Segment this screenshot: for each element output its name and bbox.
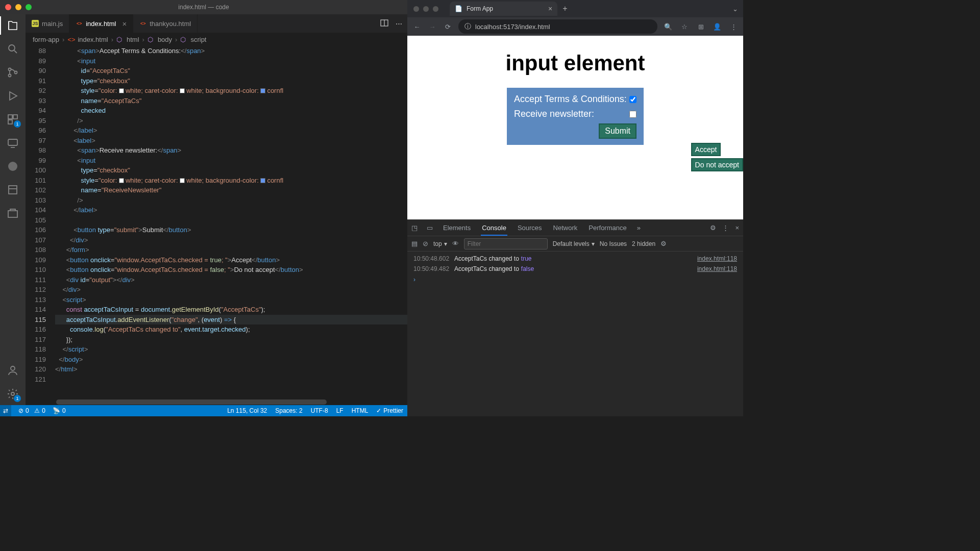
settings-badge: 1 bbox=[14, 395, 21, 402]
do-not-accept-button[interactable]: Do not accept bbox=[691, 158, 743, 171]
issues-indicator[interactable]: No Issues bbox=[600, 240, 627, 247]
explorer-icon[interactable] bbox=[6, 18, 20, 33]
inspect-icon[interactable]: ◳ bbox=[411, 224, 418, 232]
browser-tab[interactable]: 📄 Form App × bbox=[450, 2, 557, 16]
split-editor-icon[interactable] bbox=[380, 19, 388, 29]
accept-tacs-checkbox[interactable] bbox=[629, 96, 636, 103]
breadcrumb[interactable]: form-app› <>index.html› ⬡html› ⬡body› ⬡s… bbox=[26, 33, 407, 46]
maximize-window-button[interactable] bbox=[26, 4, 32, 10]
tab-thankyou-html[interactable]: <>thankyou.html bbox=[133, 14, 198, 33]
svg-rect-9 bbox=[9, 186, 17, 194]
svg-rect-10 bbox=[8, 211, 17, 217]
tab-performance[interactable]: Performance bbox=[587, 224, 627, 232]
ports[interactable]: 📡 0 bbox=[53, 407, 66, 414]
encoding[interactable]: UTF-8 bbox=[311, 407, 328, 414]
device-toolbar-icon[interactable]: ▭ bbox=[427, 224, 433, 232]
remote-icon[interactable] bbox=[6, 136, 20, 150]
page-viewport: input element Accept Terms & Conditions:… bbox=[407, 36, 743, 219]
close-tab-icon[interactable]: × bbox=[548, 5, 552, 13]
accounts-icon[interactable] bbox=[6, 363, 20, 378]
browser-minimize-button[interactable] bbox=[423, 6, 429, 12]
more-tabs-icon[interactable]: » bbox=[637, 224, 641, 232]
devtools-menu-icon[interactable]: ⋮ bbox=[722, 224, 729, 232]
minimize-window-button[interactable] bbox=[15, 4, 21, 10]
svg-point-2 bbox=[9, 74, 11, 77]
svg-point-3 bbox=[15, 71, 17, 74]
clear-console-icon[interactable]: ⊘ bbox=[423, 240, 428, 247]
svg-point-8 bbox=[8, 162, 17, 171]
tab-network[interactable]: Network bbox=[552, 224, 579, 232]
menu-icon[interactable]: ⋮ bbox=[729, 22, 738, 31]
tab-index-html[interactable]: <>index.html× bbox=[69, 14, 133, 33]
tab-elements[interactable]: Elements bbox=[442, 224, 472, 232]
devtools-close-icon[interactable]: × bbox=[735, 224, 739, 232]
live-expression-icon[interactable]: 👁 bbox=[452, 240, 459, 247]
extensions-icon[interactable]: ⊞ bbox=[696, 22, 705, 31]
source-control-icon[interactable] bbox=[6, 65, 20, 80]
more-actions-icon[interactable]: ⋯ bbox=[396, 20, 402, 28]
forward-button[interactable]: → bbox=[428, 22, 437, 31]
newsletter-label: Receive newsletter: bbox=[514, 109, 594, 119]
browser-titlebar: 📄 Form App × + ⌄ bbox=[407, 0, 743, 17]
devtools-settings-icon[interactable]: ⚙ bbox=[710, 224, 716, 232]
browser-close-button[interactable] bbox=[413, 6, 419, 12]
svg-rect-6 bbox=[8, 120, 12, 124]
bookmark-icon[interactable]: ☆ bbox=[680, 22, 689, 31]
back-button[interactable]: ← bbox=[412, 22, 422, 31]
sidebar-icon-a[interactable] bbox=[6, 183, 20, 197]
code-editor[interactable]: 8889909192939495969798991001011021031041… bbox=[26, 46, 407, 399]
tab-main-js[interactable]: JSmain.js bbox=[26, 14, 69, 33]
svg-point-12 bbox=[11, 392, 14, 395]
profile-icon[interactable]: 👤 bbox=[713, 22, 722, 31]
cursor-position[interactable]: Ln 115, Col 32 bbox=[227, 407, 267, 414]
horizontal-scrollbar[interactable] bbox=[26, 399, 407, 405]
accept-tacs-label: Accept Terms & Conditions: bbox=[514, 94, 627, 105]
status-bar: ⇄ ⊘ 0 ⚠ 0 📡 0 Ln 115, Col 32 Spaces: 2 U… bbox=[0, 405, 407, 416]
address-bar[interactable]: ⓘ localhost:5173/index.html bbox=[458, 19, 657, 34]
context-selector[interactable]: top ▾ bbox=[433, 240, 447, 247]
search-icon[interactable] bbox=[6, 42, 20, 56]
browser-maximize-button[interactable] bbox=[433, 6, 438, 12]
settings-gear-icon[interactable]: 1 bbox=[6, 387, 20, 401]
activity-bar: 1 1 bbox=[0, 14, 26, 405]
svg-point-0 bbox=[9, 45, 15, 51]
extensions-icon[interactable]: 1 bbox=[6, 112, 20, 127]
close-tab-icon[interactable]: × bbox=[122, 19, 127, 28]
reload-button[interactable]: ⟳ bbox=[443, 22, 452, 31]
console-sidebar-icon[interactable]: ▤ bbox=[411, 240, 418, 247]
page-heading: input element bbox=[407, 51, 743, 76]
tab-console[interactable]: Console bbox=[481, 224, 507, 236]
new-tab-button[interactable]: + bbox=[562, 4, 567, 13]
console-settings-icon[interactable]: ⚙ bbox=[660, 240, 667, 247]
accept-button[interactable]: Accept bbox=[691, 143, 721, 156]
log-levels-selector[interactable]: Default levels ▾ bbox=[553, 240, 595, 247]
run-debug-icon[interactable] bbox=[6, 89, 20, 103]
zoom-icon[interactable]: 🔍 bbox=[664, 22, 673, 31]
console-output[interactable]: 10:50:48.602AcceptTaCs changed totrueind… bbox=[407, 252, 743, 416]
sidebar-icon-b[interactable] bbox=[6, 206, 20, 220]
remote-indicator[interactable]: ⇄ bbox=[0, 405, 11, 416]
submit-button[interactable]: Submit bbox=[599, 123, 636, 139]
newsletter-checkbox[interactable] bbox=[629, 111, 636, 118]
browser-toolbar: ← → ⟳ ⓘ localhost:5173/index.html 🔍 ☆ ⊞ … bbox=[407, 17, 743, 36]
copilot-icon[interactable] bbox=[6, 159, 20, 173]
window-title: index.html — code bbox=[178, 4, 229, 11]
console-filter-input[interactable] bbox=[464, 238, 548, 249]
svg-point-1 bbox=[9, 68, 11, 71]
eol[interactable]: LF bbox=[336, 407, 344, 414]
indentation[interactable]: Spaces: 2 bbox=[275, 407, 302, 414]
svg-rect-4 bbox=[8, 115, 12, 119]
tab-sources[interactable]: Sources bbox=[517, 224, 543, 232]
tab-overflow-icon[interactable]: ⌄ bbox=[732, 5, 738, 13]
hidden-indicator[interactable]: 2 hidden bbox=[632, 240, 655, 247]
browser-window: 📄 Form App × + ⌄ ← → ⟳ ⓘ localhost:5173/… bbox=[407, 0, 743, 416]
formatter[interactable]: ✓ Prettier bbox=[376, 407, 403, 414]
close-window-button[interactable] bbox=[5, 4, 11, 10]
vscode-titlebar: index.html — code bbox=[0, 0, 407, 14]
language-mode[interactable]: HTML bbox=[352, 407, 369, 414]
form-box: Accept Terms & Conditions: Receive newsl… bbox=[507, 88, 644, 145]
svg-rect-5 bbox=[13, 115, 17, 119]
site-info-icon[interactable]: ⓘ bbox=[464, 22, 471, 31]
errors-warnings[interactable]: ⊘ 0 ⚠ 0 bbox=[18, 407, 45, 414]
svg-rect-7 bbox=[8, 139, 17, 145]
